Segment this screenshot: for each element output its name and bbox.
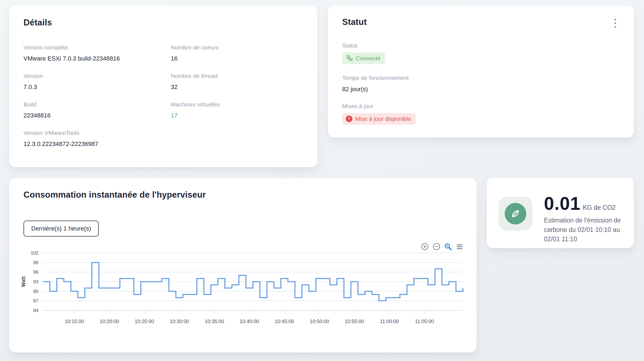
status-card: Statut Statut Connecté Temps de fonction… bbox=[328, 6, 634, 138]
details-fields: Version complète VMware ESXi 7.0.3 build… bbox=[23, 44, 303, 158]
field-label: Version bbox=[23, 73, 171, 79]
field-label: Build bbox=[23, 101, 171, 108]
co2-description: Estimation de l'émission de carbone du 0… bbox=[544, 216, 627, 244]
field-version-complete: Version complète VMware ESXi 7.0.3 build… bbox=[23, 44, 171, 62]
status-badge: Connecté bbox=[342, 53, 385, 64]
update-badge-label: Mise à jour disponible bbox=[355, 115, 411, 122]
svg-text:10:30:00: 10:30:00 bbox=[170, 319, 189, 324]
details-card: Détails Version complète VMware ESXi 7.0… bbox=[9, 6, 317, 167]
co2-unit: KG de CO2 bbox=[583, 204, 616, 211]
co2-card: 0.01 KG de CO2 Estimation de l'émission … bbox=[487, 178, 634, 248]
updates-label: Mises à jour bbox=[342, 103, 619, 109]
leaf-icon bbox=[505, 203, 526, 224]
uptime-value: 82 jour(s) bbox=[342, 86, 619, 93]
svg-text:10:40:00: 10:40:00 bbox=[240, 319, 259, 324]
field-label: Nombre de coeurs bbox=[171, 44, 303, 51]
field-virtual-machines: Machines virtuelles 17 bbox=[171, 101, 303, 119]
svg-text:11:05:00: 11:05:00 bbox=[415, 319, 434, 324]
field-version: Version 7.0.3 bbox=[23, 73, 171, 91]
svg-text:11:00:00: 11:00:00 bbox=[380, 319, 399, 324]
virtual-machines-link[interactable]: 17 bbox=[171, 112, 303, 119]
field-label: Machines virtuelles bbox=[171, 101, 303, 108]
power-chart-card: Consommation instantanée de l'hyperviseu… bbox=[9, 178, 477, 352]
uptime-label: Temps de fonctionnement bbox=[342, 75, 619, 81]
svg-text:Watt: Watt bbox=[21, 276, 26, 287]
svg-text:10:45:00: 10:45:00 bbox=[275, 319, 294, 324]
status-label: Statut bbox=[342, 42, 619, 49]
svg-text:87: 87 bbox=[33, 298, 38, 304]
svg-text:93: 93 bbox=[33, 279, 38, 284]
chart-title: Consommation instantanée de l'hyperviseu… bbox=[23, 190, 462, 200]
status-card-title: Statut bbox=[342, 17, 367, 27]
co2-value: 0.01 bbox=[544, 193, 580, 214]
details-card-title: Détails bbox=[23, 18, 303, 28]
field-threads: Nombre de thread 32 bbox=[171, 73, 303, 91]
power-chart[interactable]: 10299969390878410:15:0010:20:0010:25:001… bbox=[15, 242, 479, 347]
svg-text:84: 84 bbox=[33, 308, 38, 313]
field-value: 22348816 bbox=[23, 112, 171, 119]
field-vmwaretools: Version VMwareTools 12.3.0.22234872-2223… bbox=[23, 130, 171, 148]
background-ring bbox=[621, 329, 644, 361]
field-value: 12.3.0.22234872-22236987 bbox=[23, 140, 171, 148]
field-label: Version complète bbox=[23, 44, 171, 51]
svg-text:10:35:00: 10:35:00 bbox=[205, 319, 224, 324]
field-value: 16 bbox=[171, 55, 303, 62]
background-ring bbox=[549, 263, 644, 361]
field-label: Nombre de thread bbox=[171, 73, 303, 79]
svg-text:96: 96 bbox=[33, 270, 38, 275]
svg-text:10:55:00: 10:55:00 bbox=[345, 319, 364, 324]
svg-text:102: 102 bbox=[31, 250, 38, 256]
svg-text:99: 99 bbox=[33, 260, 38, 265]
background-ring bbox=[585, 296, 644, 361]
connected-icon bbox=[346, 55, 353, 62]
field-build: Build 22348816 bbox=[23, 101, 171, 119]
alert-icon: ! bbox=[346, 116, 352, 122]
status-badge-label: Connecté bbox=[356, 55, 381, 62]
field-cores: Nombre de coeurs 16 bbox=[171, 44, 303, 62]
svg-text:10:20:00: 10:20:00 bbox=[100, 319, 119, 324]
time-range-button[interactable]: Dernière(s) 1 heure(s) bbox=[23, 221, 99, 237]
field-label: Version VMwareTools bbox=[23, 130, 171, 136]
svg-text:10:15:00: 10:15:00 bbox=[65, 319, 84, 324]
svg-text:10:50:00: 10:50:00 bbox=[310, 319, 329, 324]
leaf-tile bbox=[499, 197, 532, 231]
field-value: 7.0.3 bbox=[23, 83, 171, 91]
field-value: 32 bbox=[171, 83, 303, 91]
kebab-menu-icon[interactable] bbox=[613, 17, 618, 29]
field-value: VMware ESXi 7.0.3 build-22348816 bbox=[23, 55, 171, 62]
svg-text:10:25:00: 10:25:00 bbox=[135, 319, 154, 324]
svg-text:90: 90 bbox=[33, 289, 38, 294]
update-badge: ! Mise à jour disponible bbox=[342, 113, 416, 125]
